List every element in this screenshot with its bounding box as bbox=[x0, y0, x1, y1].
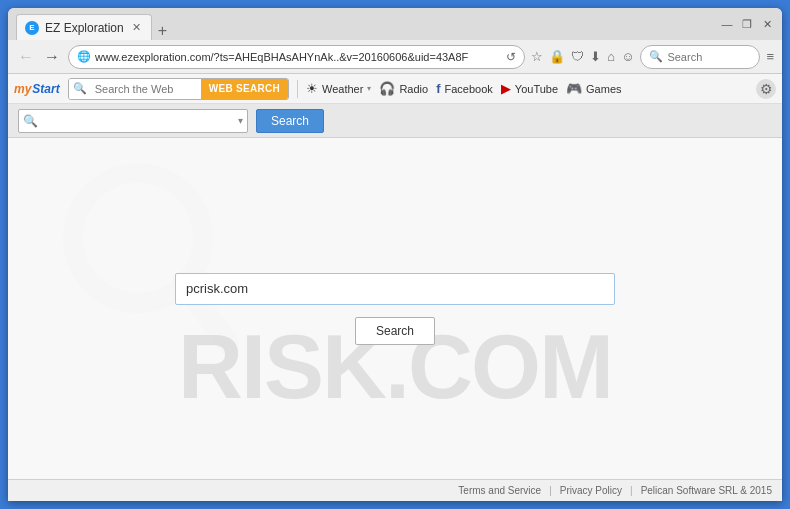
search-toolbar: 🔍 ▾ Search bbox=[8, 104, 782, 138]
search-magnifier-icon: 🔍 bbox=[23, 114, 38, 128]
smiley-icon[interactable]: ☺ bbox=[621, 49, 634, 64]
mystart-logo: myStart bbox=[14, 82, 60, 96]
radio-label: Radio bbox=[399, 83, 428, 95]
forward-button[interactable]: → bbox=[42, 48, 62, 66]
active-tab[interactable]: E EZ Exploration ✕ bbox=[16, 14, 152, 40]
weather-chevron: ▾ bbox=[367, 84, 371, 93]
weather-icon: ☀ bbox=[306, 81, 318, 96]
toolbar-search-button[interactable]: Search bbox=[256, 109, 324, 133]
facebook-label: Facebook bbox=[445, 83, 493, 95]
tab-favicon: E bbox=[25, 21, 39, 35]
address-bar: ← → 🌐 www.ezexploration.com/?ts=AHEqBHAs… bbox=[8, 40, 782, 74]
new-tab-button[interactable]: + bbox=[154, 22, 171, 40]
toolbar-item-radio[interactable]: 🎧 Radio bbox=[379, 81, 428, 96]
main-search-input[interactable] bbox=[175, 273, 615, 305]
weather-label: Weather bbox=[322, 83, 363, 95]
search-dropdown-icon[interactable]: ▾ bbox=[238, 115, 243, 126]
lock-icon[interactable]: 🔒 bbox=[549, 49, 565, 64]
close-button[interactable]: ✕ bbox=[760, 18, 774, 31]
star-icon[interactable]: ☆ bbox=[531, 49, 543, 64]
toolbar-item-games[interactable]: 🎮 Games bbox=[566, 81, 621, 96]
footer-privacy[interactable]: Privacy Policy bbox=[560, 485, 622, 496]
menu-icon[interactable]: ≡ bbox=[766, 49, 774, 64]
home-icon[interactable]: ⌂ bbox=[607, 49, 615, 64]
footer-terms[interactable]: Terms and Service bbox=[458, 485, 541, 496]
games-icon: 🎮 bbox=[566, 81, 582, 96]
footer-company: Pelican Software SRL & 2015 bbox=[641, 485, 772, 496]
toolbar-divider-1 bbox=[297, 80, 298, 98]
main-content: RISK.COM Search bbox=[8, 138, 782, 479]
title-bar: E EZ Exploration ✕ + — ❐ ✕ bbox=[8, 8, 782, 40]
center-search: Search bbox=[175, 273, 615, 345]
mystart-start: Start bbox=[32, 82, 59, 96]
url-text: www.ezexploration.com/?ts=AHEqBHAsAHYnAk… bbox=[95, 51, 502, 63]
search-input-wrapper[interactable]: 🔍 ▾ bbox=[18, 109, 248, 133]
radio-icon: 🎧 bbox=[379, 81, 395, 96]
tab-area: E EZ Exploration ✕ + bbox=[16, 8, 171, 40]
address-search-input[interactable] bbox=[667, 51, 747, 63]
download-icon[interactable]: ⬇ bbox=[590, 49, 601, 64]
footer-sep-2: | bbox=[630, 485, 633, 496]
address-search-box[interactable]: 🔍 bbox=[640, 45, 760, 69]
shield-icon[interactable]: 🛡 bbox=[571, 49, 584, 64]
main-search-button[interactable]: Search bbox=[355, 317, 435, 345]
footer: Terms and Service | Privacy Policy | Pel… bbox=[8, 479, 782, 501]
toolbar-search-icon: 🔍 bbox=[69, 79, 91, 99]
browser-window: E EZ Exploration ✕ + — ❐ ✕ ← → 🌐 www.eze… bbox=[8, 8, 782, 501]
tab-close-icon[interactable]: ✕ bbox=[130, 21, 143, 34]
back-button[interactable]: ← bbox=[16, 48, 36, 66]
youtube-icon: ▶ bbox=[501, 81, 511, 96]
tab-title: EZ Exploration bbox=[45, 21, 124, 35]
reload-icon[interactable]: ↺ bbox=[506, 50, 516, 64]
toolbar-item-weather[interactable]: ☀ Weather ▾ bbox=[306, 81, 371, 96]
window-controls: — ❐ ✕ bbox=[720, 18, 774, 31]
facebook-icon: f bbox=[436, 81, 440, 96]
mystart-toolbar: myStart 🔍 WEB SEARCH ☀ Weather ▾ 🎧 Radio… bbox=[8, 74, 782, 104]
url-box[interactable]: 🌐 www.ezexploration.com/?ts=AHEqBHAsAHYn… bbox=[68, 45, 525, 69]
games-label: Games bbox=[586, 83, 621, 95]
footer-sep-1: | bbox=[549, 485, 552, 496]
youtube-label: YouTube bbox=[515, 83, 558, 95]
web-search-button[interactable]: WEB SEARCH bbox=[201, 78, 288, 100]
toolbar-gear-button[interactable]: ⚙ bbox=[756, 79, 776, 99]
address-right-icons: ☆ 🔒 🛡 ⬇ ⌂ ☺ bbox=[531, 49, 634, 64]
restore-button[interactable]: ❐ bbox=[740, 18, 754, 31]
toolbar-item-facebook[interactable]: f Facebook bbox=[436, 81, 493, 96]
mystart-my: my bbox=[14, 82, 31, 96]
toolbar-search[interactable]: 🔍 WEB SEARCH bbox=[68, 78, 289, 100]
toolbar-main-search-input[interactable] bbox=[42, 114, 234, 128]
toolbar-item-youtube[interactable]: ▶ YouTube bbox=[501, 81, 558, 96]
toolbar-search-input[interactable] bbox=[91, 79, 201, 99]
minimize-button[interactable]: — bbox=[720, 18, 734, 30]
